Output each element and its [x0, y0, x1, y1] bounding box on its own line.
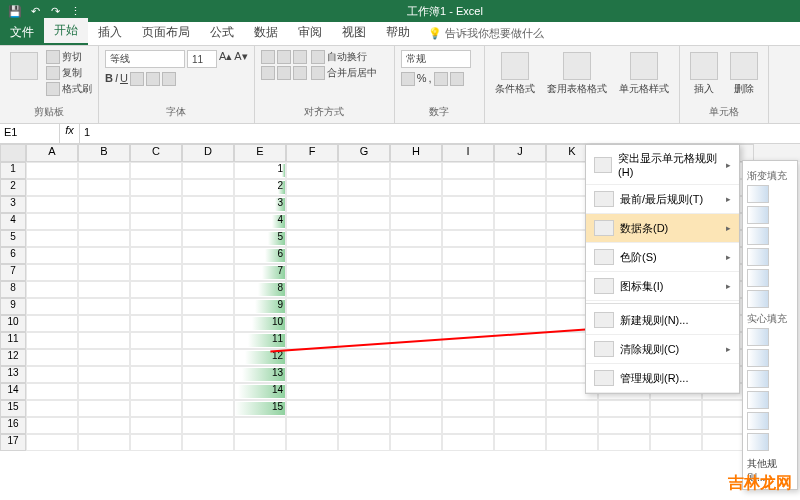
comma-icon[interactable]: , [428, 72, 431, 86]
cell[interactable] [598, 434, 650, 451]
cell[interactable] [390, 366, 442, 383]
border-icon[interactable] [130, 72, 144, 86]
cell[interactable] [338, 366, 390, 383]
cell[interactable] [78, 315, 130, 332]
cell[interactable] [390, 315, 442, 332]
cell[interactable]: 13 [234, 366, 286, 383]
cell[interactable] [442, 162, 494, 179]
cell[interactable] [182, 366, 234, 383]
cell[interactable] [26, 281, 78, 298]
databar-swatch[interactable] [747, 227, 769, 245]
cell[interactable] [78, 400, 130, 417]
cell[interactable] [546, 434, 598, 451]
row-header[interactable]: 10 [0, 315, 26, 332]
cell[interactable] [234, 417, 286, 434]
menu-icon-sets[interactable]: 图标集(I)▸ [586, 272, 739, 301]
cell[interactable] [598, 417, 650, 434]
cell[interactable] [182, 162, 234, 179]
cell[interactable]: 10 [234, 315, 286, 332]
column-header[interactable]: H [390, 144, 442, 162]
cell[interactable] [130, 247, 182, 264]
name-box[interactable]: E1 [0, 124, 60, 143]
databar-swatch[interactable] [747, 370, 769, 388]
cell[interactable] [442, 264, 494, 281]
cell[interactable] [78, 298, 130, 315]
align-mid-icon[interactable] [277, 50, 291, 64]
row-header[interactable]: 17 [0, 434, 26, 451]
cell[interactable] [494, 383, 546, 400]
cell[interactable] [442, 366, 494, 383]
cell[interactable] [130, 332, 182, 349]
cell[interactable]: 3 [234, 196, 286, 213]
column-header[interactable]: F [286, 144, 338, 162]
cell[interactable]: 2 [234, 179, 286, 196]
cell[interactable] [390, 230, 442, 247]
cell[interactable] [182, 230, 234, 247]
tab-help[interactable]: 帮助 [376, 20, 420, 45]
cell[interactable] [390, 179, 442, 196]
cell[interactable] [130, 281, 182, 298]
cell[interactable] [338, 264, 390, 281]
cell[interactable]: 9 [234, 298, 286, 315]
merge-button[interactable]: 合并后居中 [311, 66, 377, 80]
cut-button[interactable]: 剪切 [46, 50, 92, 64]
cell[interactable] [338, 230, 390, 247]
cell[interactable] [286, 264, 338, 281]
databar-swatch[interactable] [747, 328, 769, 346]
cell[interactable] [78, 349, 130, 366]
row-header[interactable]: 9 [0, 298, 26, 315]
cell[interactable] [286, 366, 338, 383]
cell[interactable] [390, 400, 442, 417]
cell[interactable] [338, 315, 390, 332]
cell[interactable] [78, 417, 130, 434]
row-header[interactable]: 11 [0, 332, 26, 349]
fill-color-icon[interactable] [146, 72, 160, 86]
cell[interactable]: 7 [234, 264, 286, 281]
tab-home[interactable]: 开始 [44, 18, 88, 45]
column-header[interactable]: E [234, 144, 286, 162]
databar-swatch[interactable] [747, 349, 769, 367]
cell[interactable] [182, 434, 234, 451]
redo-icon[interactable]: ↷ [48, 4, 62, 18]
cell[interactable] [494, 196, 546, 213]
databar-swatch[interactable] [747, 248, 769, 266]
column-header[interactable]: I [442, 144, 494, 162]
row-header[interactable]: 14 [0, 383, 26, 400]
databar-swatch[interactable] [747, 412, 769, 430]
align-top-icon[interactable] [261, 50, 275, 64]
cell[interactable] [26, 383, 78, 400]
cell[interactable] [494, 366, 546, 383]
cell[interactable] [234, 434, 286, 451]
painter-button[interactable]: 格式刷 [46, 82, 92, 96]
databar-swatch[interactable] [747, 185, 769, 203]
cell[interactable] [494, 247, 546, 264]
cell[interactable] [182, 400, 234, 417]
cell[interactable] [26, 179, 78, 196]
cell[interactable] [286, 315, 338, 332]
cell[interactable] [78, 179, 130, 196]
cell[interactable] [390, 264, 442, 281]
tell-me[interactable]: 💡 告诉我你想要做什么 [420, 22, 552, 45]
databar-swatch[interactable] [747, 206, 769, 224]
cell[interactable] [130, 315, 182, 332]
cell[interactable] [26, 315, 78, 332]
cell[interactable] [494, 162, 546, 179]
cell[interactable] [442, 196, 494, 213]
databar-swatch[interactable] [747, 269, 769, 287]
cell[interactable] [78, 332, 130, 349]
cell[interactable] [182, 332, 234, 349]
select-all-corner[interactable] [0, 144, 26, 162]
cell[interactable] [78, 196, 130, 213]
menu-new-rule[interactable]: 新建规则(N)... [586, 306, 739, 335]
cell[interactable] [182, 383, 234, 400]
row-header[interactable]: 1 [0, 162, 26, 179]
row-header[interactable]: 16 [0, 417, 26, 434]
cell[interactable] [130, 349, 182, 366]
cell[interactable] [442, 298, 494, 315]
row-header[interactable]: 4 [0, 213, 26, 230]
cell[interactable] [442, 315, 494, 332]
conditional-format-button[interactable]: 条件格式 [491, 50, 539, 98]
cell[interactable] [442, 434, 494, 451]
cell[interactable] [26, 417, 78, 434]
cell[interactable] [442, 213, 494, 230]
